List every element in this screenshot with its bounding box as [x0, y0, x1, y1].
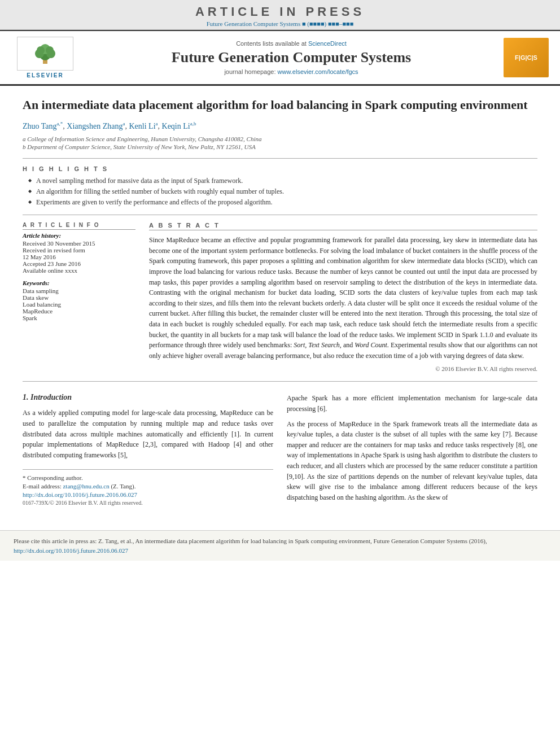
keyword-4: MapReduce [23, 308, 135, 314]
journal-title: Future Generation Computer Systems [79, 49, 504, 66]
divider-3 [23, 381, 537, 382]
keyword-1: Data sampling [23, 287, 135, 294]
intro-two-col: 1. Introduction As a widely applied comp… [23, 393, 537, 508]
keyword-3: Load balancing [23, 301, 135, 308]
affiliations: a College of Information Science and Eng… [23, 136, 537, 150]
contents-line: Contents lists available at ScienceDirec… [79, 40, 504, 47]
elsevier-text: ELSEVIER [27, 72, 63, 78]
divider-1 [23, 158, 537, 159]
authors: Zhuo Tanga,*, Xiangshen Zhanga, Kenli Li… [23, 121, 537, 132]
footnote-doi: http://dx.doi.org/10.1016/j.future.2016.… [23, 491, 273, 498]
highlight-item-2: An algorithm for filling the settled num… [28, 187, 537, 196]
received-revised-line: Received in revised form [23, 247, 135, 254]
doi-line: Future Generation Computer Systems ■ (■■… [0, 20, 560, 27]
sciencedirect-link[interactable]: ScienceDirect [308, 40, 347, 47]
svg-point-6 [46, 46, 54, 54]
citation-doi-link[interactable]: http://dx.doi.org/10.1016/j.future.2016.… [14, 547, 128, 554]
authors-text: Zhuo Tanga,*, Xiangshen Zhanga, Kenli Li… [23, 122, 196, 130]
footnote-area: * Corresponding author. E-mail address: … [23, 469, 273, 506]
doi-link[interactable]: http://dx.doi.org/10.1016/j.future.2016.… [23, 491, 137, 498]
homepage-link[interactable]: www.elsevier.com/locate/fgcs [278, 68, 358, 75]
footnote-corresponding: * Corresponding author. [23, 474, 273, 481]
affiliation-a: a College of Information Science and Eng… [23, 136, 537, 142]
elsevier-logo-area: ELSEVIER [11, 37, 79, 78]
intro-left-text: As a widely applied computing model for … [23, 408, 273, 460]
main-content: An intermediate data placement algorithm… [0, 86, 560, 519]
keywords-title: Keywords: [23, 279, 135, 286]
elsevier-logo [17, 37, 73, 71]
journal-header: ELSEVIER Contents lists available at Sci… [0, 30, 560, 86]
article-in-press-banner: ARTICLE IN PRESS Future Generation Compu… [0, 0, 560, 30]
article-history: Article history: Received 30 November 20… [23, 232, 135, 274]
keywords-group: Keywords: Data sampling Data skew Load b… [23, 279, 135, 321]
intro-right-col: Apache Spark has a more efficient implem… [287, 393, 537, 508]
info-abstract-section: A R T I C L E I N F O Article history: R… [23, 222, 537, 372]
fgcs-logo: F|G|C|S [504, 38, 549, 77]
divider-2 [23, 215, 537, 215]
intro-right-text-2: As the process of MapReduce in the Spark… [287, 419, 537, 503]
section-title: 1. Introduction [23, 393, 273, 402]
keyword-5: Spark [23, 314, 135, 321]
history-title: Article history: [23, 232, 135, 239]
citation-bar: Please cite this article in press as: Z.… [0, 530, 560, 561]
copyright: © 2016 Elsevier B.V. All rights reserved… [149, 365, 537, 372]
footnote-email: E-mail address: ztang@hnu.edu.cn (Z. Tan… [23, 483, 273, 490]
abstract-section: A B S T R A C T Since MapReduce became a… [149, 222, 537, 372]
revised-date-line: 12 May 2016 [23, 254, 135, 260]
abstract-text: Since MapReduce became an effective and … [149, 235, 537, 361]
intro-right-text-1: Apache Spark has a more efficient implem… [287, 393, 537, 414]
introduction-section: 1. Introduction As a widely applied comp… [23, 393, 537, 508]
highlights-list: A novel sampling method for massive data… [28, 177, 537, 207]
received-line: Received 30 November 2015 [23, 240, 135, 247]
wordcount-text: Word Count. [355, 341, 389, 349]
highlight-item-3: Experiments are given to verify the perf… [28, 198, 537, 207]
page-wrapper: ARTICLE IN PRESS Future Generation Compu… [0, 0, 560, 747]
accepted-line: Accepted 23 June 2016 [23, 260, 135, 267]
article-info-section: A R T I C L E I N F O Article history: R… [23, 222, 135, 372]
journal-homepage: journal homepage: www.elsevier.com/locat… [79, 68, 504, 75]
intro-left-col: 1. Introduction As a widely applied comp… [23, 393, 273, 508]
footnote-rights: 0167-739X/© 2016 Elsevier B.V. All right… [23, 500, 273, 506]
and-text: and [343, 341, 353, 349]
svg-point-5 [37, 46, 45, 54]
abstract-header: A B S T R A C T [149, 222, 537, 230]
elsevier-tree-icon [28, 42, 62, 65]
highlight-item-1: A novel sampling method for massive data… [28, 177, 537, 185]
email-link[interactable]: ztang@hnu.edu.cn [63, 483, 109, 490]
highlights-section: H I G H L I G H T S A novel sampling met… [23, 165, 537, 207]
journal-center-info: Contents lists available at ScienceDirec… [79, 40, 504, 75]
keyword-2: Data skew [23, 294, 135, 301]
article-title: An intermediate data placement algorithm… [23, 97, 537, 113]
affiliation-b: b Department of Computer Science, State … [23, 143, 537, 150]
banner-title: ARTICLE IN PRESS [0, 5, 560, 19]
article-info-header: A R T I C L E I N F O [23, 222, 135, 230]
citation-text: Please cite this article in press as: Z.… [14, 536, 546, 555]
highlights-header: H I G H L I G H T S [23, 165, 537, 172]
benchmarks-text: Sort, Text Search, [294, 341, 342, 349]
available-line: Available online xxxx [23, 267, 135, 274]
